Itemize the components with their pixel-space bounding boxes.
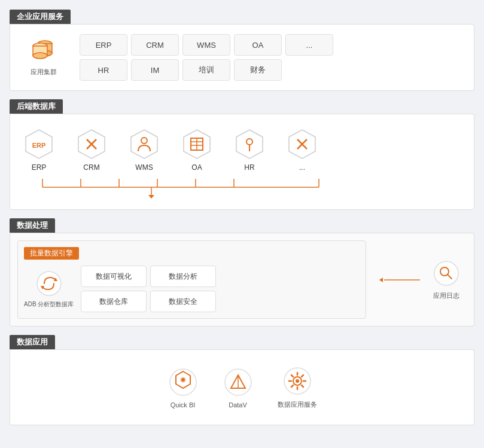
- data-apps-container: Quick BI DataV: [20, 359, 464, 415]
- svg-marker-37: [379, 278, 383, 282]
- hex-erp-icon: ERP: [23, 129, 54, 160]
- cluster-icons: [27, 39, 60, 65]
- backend-db-body: ERP ERP CRM: [10, 114, 474, 210]
- feature-warehouse: 数据仓库: [81, 291, 147, 312]
- batch-engine-header: 批量数据引擎: [24, 247, 79, 260]
- svg-marker-32: [148, 195, 154, 199]
- enterprise-body: 应用集群 ERP CRM WMS OA ... HR IM 培训 财务: [10, 24, 474, 91]
- data-processing-body: 批量数据引擎: [10, 233, 474, 327]
- db-node-erp: ERP ERP: [20, 129, 58, 172]
- svg-point-44: [181, 378, 185, 382]
- db-node-hr: HR: [230, 129, 269, 172]
- backend-db-section: 后端数据库 ERP ERP: [10, 99, 474, 210]
- db-label-oa: OA: [191, 163, 202, 172]
- feature-visualization: 数据可视化: [81, 266, 147, 287]
- enterprise-header: 企业应用服务: [10, 10, 71, 24]
- app-more1: ...: [285, 34, 333, 56]
- cluster-label: 应用集群: [31, 68, 57, 77]
- dp-left: 批量数据引擎: [17, 240, 366, 319]
- hex-hr-icon: [234, 129, 265, 160]
- log-label: 应用日志: [433, 291, 459, 300]
- backend-db-header: 后端数据库: [10, 99, 63, 114]
- dp-right: 应用日志: [378, 259, 467, 300]
- quickbi-label: Quick BI: [171, 401, 196, 409]
- db-node-oa: OA: [178, 129, 216, 172]
- log-connector: 应用日志: [378, 259, 467, 300]
- db-connectors: [20, 179, 464, 200]
- app-node-dataservice: 数据应用服务: [278, 365, 317, 409]
- log-node: 应用日志: [426, 259, 467, 300]
- app-cluster: 应用集群: [20, 39, 68, 77]
- datav-label: DataV: [229, 401, 247, 409]
- db-label-hr: HR: [244, 163, 254, 172]
- app-training: 培训: [182, 59, 230, 81]
- app-im: IM: [131, 59, 179, 81]
- dataservice-label: 数据应用服务: [278, 400, 317, 409]
- svg-point-33: [37, 272, 61, 295]
- quickbi-icon: [168, 367, 199, 398]
- app-crm: CRM: [131, 34, 179, 56]
- hex-wms-icon: [129, 129, 160, 160]
- data-apps-body: Quick BI DataV: [10, 349, 474, 425]
- dataservice-icon: [282, 365, 313, 397]
- app-grid: ERP CRM WMS OA ... HR IM 培训 财务: [80, 34, 464, 81]
- data-processing-section: 数据处理 批量数据引擎: [10, 218, 474, 327]
- svg-point-50: [296, 379, 299, 383]
- app-wms: WMS: [182, 34, 230, 56]
- batch-engine-container: 批量数据引擎: [17, 240, 366, 319]
- features-grid: 数据可视化 数据分析 数据仓库 数据安全: [81, 266, 216, 312]
- db-connector-svg: [20, 179, 464, 198]
- dp-main-container: 批量数据引擎: [17, 240, 467, 319]
- batch-engine-content: ADB 分析型数据库 数据可视化 数据分析 数据仓库 数据安全: [24, 266, 360, 312]
- adb-node: ADB 分析型数据库: [24, 269, 74, 309]
- db-node-crm: CRM: [72, 129, 111, 172]
- hex-crm-icon: [76, 129, 107, 160]
- svg-point-5: [33, 53, 47, 59]
- log-arrow-svg: [378, 274, 426, 286]
- db-nodes-container: ERP ERP CRM: [20, 124, 464, 176]
- db-node-wms: WMS: [125, 129, 163, 172]
- main-layout: 企业应用服务 应用集群: [10, 10, 474, 434]
- data-apps-section: 数据应用 Quick BI: [10, 335, 474, 425]
- data-apps-header: 数据应用: [10, 335, 55, 349]
- app-hr: HR: [80, 59, 127, 81]
- db-label-crm: CRM: [83, 163, 99, 172]
- db-node-more: ...: [283, 129, 321, 172]
- svg-point-38: [434, 261, 458, 285]
- app-node-quickbi: Quick BI: [168, 367, 199, 409]
- svg-text:ERP: ERP: [32, 142, 46, 149]
- app-erp: ERP: [80, 34, 127, 56]
- feature-analysis: 数据分析: [150, 266, 216, 287]
- db-label-erp: ERP: [32, 163, 47, 172]
- db-label-more: ...: [299, 163, 305, 172]
- adb-icon: [35, 269, 63, 298]
- db-stack-icon: [27, 39, 60, 65]
- hex-more-icon: [287, 129, 318, 160]
- db-label-wms: WMS: [135, 163, 153, 172]
- hex-oa-icon: [181, 129, 212, 160]
- adb-label: ADB 分析型数据库: [24, 300, 74, 309]
- log-icon: [432, 259, 461, 288]
- enterprise-section: 企业应用服务 应用集群: [10, 10, 474, 91]
- app-node-datav: DataV: [223, 367, 254, 409]
- app-oa: OA: [234, 34, 282, 56]
- datav-icon: [223, 367, 254, 398]
- app-finance: 财务: [234, 59, 282, 81]
- data-processing-header: 数据处理: [10, 218, 55, 233]
- feature-security: 数据安全: [150, 291, 216, 312]
